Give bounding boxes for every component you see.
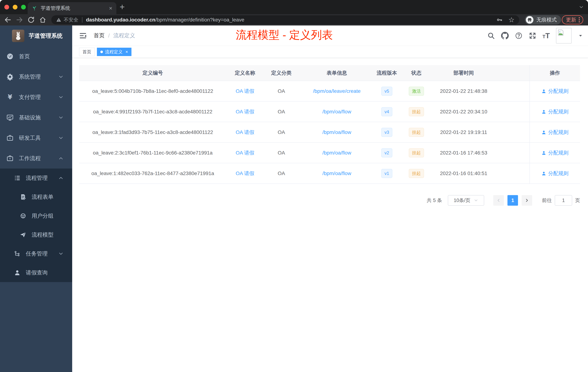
tab-search-caret-icon[interactable]	[578, 4, 584, 10]
github-icon[interactable]	[501, 32, 509, 40]
sidebar-item[interactable]: 流程表单	[0, 187, 72, 206]
tag[interactable]: 流程定义 ×	[97, 48, 131, 56]
page-size-select[interactable]: 10条/页	[448, 195, 484, 206]
definition-name-link[interactable]: OA 请假	[236, 129, 254, 136]
cell-deploy-time: 2022-01-22 21:48:38	[434, 81, 494, 101]
window-zoom-button[interactable]	[21, 5, 26, 10]
browser-tab[interactable]: 芋道管理系统 ×	[28, 2, 116, 14]
font-size-icon[interactable]: TT	[543, 33, 550, 39]
assign-rule-link[interactable]: 分配规则	[541, 88, 568, 95]
version-badge: v1	[381, 169, 392, 178]
incognito-label: 无痕模式	[536, 16, 557, 23]
user-icon	[541, 89, 546, 94]
password-key-icon[interactable]	[496, 17, 503, 23]
window-close-button[interactable]	[4, 5, 9, 10]
tag-close-icon[interactable]: ×	[126, 50, 128, 54]
cell-definition-id: oa_leave:4:991f2193-7b7f-11ec-a3c8-acde4…	[79, 101, 226, 122]
sidebar-toggle-hamburger-icon[interactable]	[79, 32, 87, 40]
sidebar-item-label: 流程表单	[32, 193, 53, 201]
status-badge: 挂起	[409, 148, 424, 157]
sidebar-item-icon	[6, 134, 14, 142]
app: 芋道管理系统 首页 系统管理	[0, 25, 588, 372]
browser-tab-strip: 芋道管理系统 × +	[0, 0, 588, 14]
help-question-icon[interactable]	[515, 32, 523, 40]
not-secure-warning-icon[interactable]	[56, 17, 62, 22]
url-bar[interactable]: 不安全 dashboard.yudao.iocoder.cn /bpm/mana…	[51, 15, 519, 24]
cell-definition-id: oa_leave:2:3c1f0ef1-76b1-11ec-9c66-a2380…	[79, 143, 226, 163]
sidebar-item-icon	[14, 269, 21, 276]
bookmark-star-icon[interactable]: ☆	[508, 16, 514, 23]
reload-icon[interactable]	[27, 16, 35, 24]
column-header-version: 流程版本	[375, 65, 399, 81]
form-info-link[interactable]: /bpm/oa/flow	[322, 109, 351, 115]
cell-category: OA	[264, 101, 299, 122]
sidebar-item[interactable]: 请假查询	[0, 263, 72, 282]
back-icon[interactable]	[4, 16, 12, 24]
sidebar-menu: 首页 系统管理 支付管理	[0, 46, 72, 282]
sidebar-item[interactable]: 用户分组	[0, 206, 72, 225]
fullscreen-icon[interactable]	[529, 32, 536, 40]
new-tab-button[interactable]: +	[120, 2, 125, 11]
assign-rule-link[interactable]: 分配规则	[541, 129, 568, 136]
assign-rule-link[interactable]: 分配规则	[541, 108, 568, 115]
home-icon[interactable]	[39, 16, 47, 24]
sidebar-item-label: 支付管理	[19, 94, 41, 101]
sidebar-item[interactable]: 任务管理	[0, 244, 72, 263]
avatar[interactable]	[556, 28, 572, 44]
sidebar-item[interactable]: 研发工具	[0, 128, 72, 148]
form-info-link[interactable]: /bpm/oa/flow	[322, 171, 351, 176]
form-info-link[interactable]: /bpm/oa/flow	[322, 129, 351, 135]
definition-name-link[interactable]: OA 请假	[236, 170, 254, 177]
form-info-link[interactable]: /bpm/oa/leave/create	[313, 88, 361, 94]
window-minimize-button[interactable]	[13, 5, 17, 10]
breadcrumb-separator: /	[108, 33, 110, 39]
table-row: oa_leave:4:991f2193-7b7f-11ec-a3c8-acde4…	[79, 101, 580, 122]
sidebar-item[interactable]: 首页	[0, 46, 72, 67]
current-page-button[interactable]: 1	[507, 195, 518, 206]
table-row: oa_leave:2:3c1f0ef1-76b1-11ec-9c66-a2380…	[79, 143, 580, 163]
cell-filler	[494, 163, 529, 184]
sidebar-item[interactable]: 流程模型	[0, 225, 72, 244]
navbar-actions: TT	[487, 25, 583, 46]
breadcrumb-home[interactable]: 首页	[94, 32, 105, 39]
navbar: 首页 / 流程定义 流程模型 - 定义列表 TT	[72, 25, 588, 46]
sidebar-item[interactable]: 基础设施	[0, 107, 72, 128]
tag[interactable]: 首页	[79, 48, 95, 56]
assign-rule-link[interactable]: 分配规则	[541, 170, 568, 177]
content: 定义编号 定义名称 定义分类 表单信息 流程版本 状态 部署时间 操作	[72, 58, 588, 372]
sidebar-item-icon	[6, 93, 14, 101]
sidebar-item-icon	[20, 194, 27, 200]
definition-table: 定义编号 定义名称 定义分类 表单信息 流程版本 状态 部署时间 操作	[79, 65, 580, 184]
definition-name-link[interactable]: OA 请假	[236, 108, 254, 115]
kebab-menu-icon	[579, 17, 580, 22]
definition-name-link[interactable]: OA 请假	[236, 88, 254, 95]
cell-definition-id: oa_leave:3:1fad3d93-7b75-11ec-a3c8-acde4…	[79, 122, 226, 142]
goto-page-input[interactable]	[555, 195, 572, 206]
sidebar-item-label: 请假查询	[26, 269, 48, 276]
goto-label: 前往	[542, 197, 552, 204]
chevron-down-icon	[58, 155, 64, 161]
cell-deploy-time: 2022-01-22 20:34:10	[434, 101, 494, 122]
next-page-button[interactable]	[522, 195, 532, 206]
sidebar-item-label: 首页	[19, 53, 30, 60]
prev-page-button[interactable]	[493, 195, 504, 206]
sidebar-item[interactable]: 支付管理	[0, 87, 72, 107]
favicon-leaf-icon	[32, 5, 37, 11]
forward-icon[interactable]	[16, 16, 23, 24]
assign-rule-link[interactable]: 分配规则	[541, 149, 568, 156]
cell-deploy-time: 2022-01-22 19:19:11	[434, 122, 494, 142]
tab-close-icon[interactable]: ×	[109, 5, 112, 11]
sidebar-item[interactable]: 流程管理	[0, 169, 72, 187]
status-badge: 激活	[409, 87, 424, 96]
sidebar-item[interactable]: 系统管理	[0, 67, 72, 87]
main: 首页 / 流程定义 流程模型 - 定义列表 TT	[72, 25, 588, 372]
goto-page: 前往 页	[542, 195, 580, 206]
browser-menu-update-button[interactable]: 更新	[562, 15, 583, 24]
sidebar-item[interactable]: 工作流程	[0, 148, 72, 169]
pagination-total: 共 5 条	[427, 197, 442, 204]
security-label[interactable]: 不安全	[64, 17, 78, 23]
avatar-caret-down-icon[interactable]	[578, 33, 583, 38]
definition-name-link[interactable]: OA 请假	[236, 149, 254, 156]
form-info-link[interactable]: /bpm/oa/flow	[322, 150, 351, 156]
search-icon[interactable]	[487, 32, 495, 40]
